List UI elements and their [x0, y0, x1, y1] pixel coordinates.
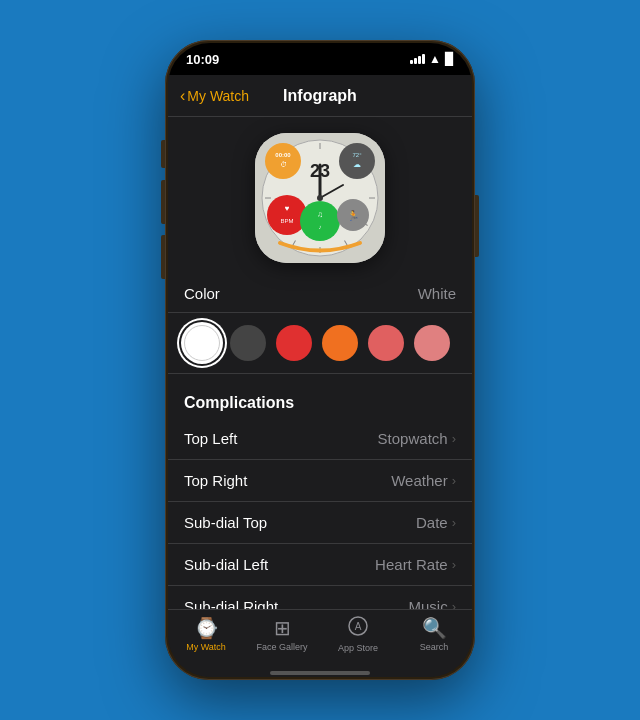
signal-icon [410, 54, 425, 64]
face-gallery-icon: ⊞ [274, 616, 291, 640]
phone-screen: 10:09 ▲ ▉ ‹ My Watch Infograph [168, 43, 472, 677]
swatch-dark-gray[interactable] [230, 325, 266, 361]
chevron-icon: › [452, 431, 456, 446]
svg-text:♥: ♥ [285, 204, 290, 213]
app-store-icon: A [348, 616, 368, 641]
svg-point-31 [317, 195, 323, 201]
complication-sub-dial-right-value: Music › [408, 598, 456, 609]
complications-title: Complications [184, 394, 294, 411]
search-icon: 🔍 [422, 616, 447, 640]
tab-app-store[interactable]: A App Store [328, 616, 388, 653]
volume-down-button [161, 235, 165, 279]
svg-text:♫: ♫ [317, 210, 323, 219]
complication-sub-dial-left-label: Sub-dial Left [184, 556, 268, 573]
complications-header: Complications [168, 374, 472, 418]
my-watch-label: My Watch [186, 642, 226, 652]
color-swatches [168, 313, 472, 374]
complication-sub-dial-top[interactable]: Sub-dial Top Date › [168, 502, 472, 544]
page-title: Infograph [283, 87, 357, 105]
tab-bar: ⌚ My Watch ⊞ Face Gallery A App Store 🔍 … [168, 609, 472, 669]
complication-top-left[interactable]: Top Left Stopwatch › [168, 418, 472, 460]
status-bar: 10:09 ▲ ▉ [168, 43, 472, 75]
svg-text:A: A [355, 621, 362, 632]
complication-sub-dial-top-value: Date › [416, 514, 456, 531]
complication-sub-dial-left-value: Heart Rate › [375, 556, 456, 573]
back-chevron-icon: ‹ [180, 87, 185, 105]
complication-top-left-value: Stopwatch › [378, 430, 456, 447]
wifi-icon: ▲ [429, 52, 441, 66]
swatch-orange[interactable] [322, 325, 358, 361]
watch-face-svg: 00:00 ⏱ 72° ☁ 23 ♥ BPM [255, 133, 385, 263]
svg-point-24 [300, 201, 340, 241]
back-label: My Watch [187, 88, 249, 104]
chevron-icon: › [452, 515, 456, 530]
complication-top-right-value: Weather › [391, 472, 456, 489]
watch-face-preview: 00:00 ⏱ 72° ☁ 23 ♥ BPM [168, 117, 472, 275]
chevron-icon: › [452, 599, 456, 609]
power-button [475, 195, 479, 257]
svg-text:00:00: 00:00 [275, 152, 291, 158]
chevron-icon: › [452, 557, 456, 572]
tab-search[interactable]: 🔍 Search [404, 616, 464, 652]
svg-text:♪: ♪ [319, 224, 322, 230]
complication-top-left-label: Top Left [184, 430, 237, 447]
svg-text:🏃: 🏃 [347, 209, 360, 222]
svg-text:72°: 72° [352, 152, 362, 158]
complication-sub-dial-right-label: Sub-dial Right [184, 598, 278, 609]
swatch-salmon[interactable] [368, 325, 404, 361]
color-label: Color [184, 285, 220, 302]
tab-face-gallery[interactable]: ⊞ Face Gallery [252, 616, 312, 652]
svg-text:BPM: BPM [280, 218, 293, 224]
face-gallery-label: Face Gallery [256, 642, 307, 652]
status-icons: ▲ ▉ [410, 52, 454, 66]
chevron-icon: › [452, 473, 456, 488]
home-bar [270, 671, 370, 675]
back-button[interactable]: ‹ My Watch [180, 87, 249, 105]
complication-sub-dial-left[interactable]: Sub-dial Left Heart Rate › [168, 544, 472, 586]
color-value: White [418, 285, 456, 302]
phone-frame: 10:09 ▲ ▉ ‹ My Watch Infograph [165, 40, 475, 680]
color-row[interactable]: Color White [168, 275, 472, 313]
svg-text:☁: ☁ [353, 160, 361, 169]
complication-sub-dial-right[interactable]: Sub-dial Right Music › [168, 586, 472, 609]
volume-up-button [161, 180, 165, 224]
swatch-red[interactable] [276, 325, 312, 361]
scroll-content[interactable]: 00:00 ⏱ 72° ☁ 23 ♥ BPM [168, 117, 472, 609]
my-watch-icon: ⌚ [194, 616, 219, 640]
app-store-label: App Store [338, 643, 378, 653]
home-indicator [168, 669, 472, 677]
complication-top-right[interactable]: Top Right Weather › [168, 460, 472, 502]
swatch-white[interactable] [184, 325, 220, 361]
status-time: 10:09 [186, 52, 219, 67]
tab-my-watch[interactable]: ⌚ My Watch [176, 616, 236, 652]
search-label: Search [420, 642, 449, 652]
complication-sub-dial-top-label: Sub-dial Top [184, 514, 267, 531]
navigation-bar: ‹ My Watch Infograph [168, 75, 472, 117]
watch-face-image: 00:00 ⏱ 72° ☁ 23 ♥ BPM [255, 133, 385, 263]
swatch-light-pink[interactable] [414, 325, 450, 361]
battery-icon: ▉ [445, 52, 454, 66]
mute-button [161, 140, 165, 168]
complication-top-right-label: Top Right [184, 472, 247, 489]
svg-text:⏱: ⏱ [280, 161, 287, 168]
